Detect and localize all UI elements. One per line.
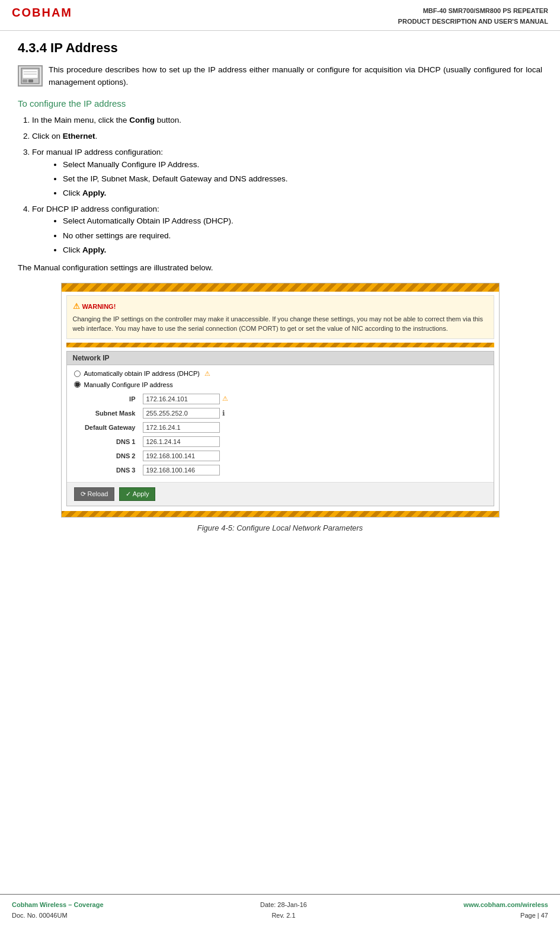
logo-text: COBHAM (12, 6, 72, 20)
step3-bullet-2: Set the IP, Subnet Mask, Default Gateway… (63, 173, 542, 185)
field-value-dns2 (143, 451, 483, 461)
page-header: COBHAM MBF-40 SMR700/SMR800 PS REPEATER … (0, 0, 560, 31)
network-ip-panel: Network IP Automatically obtain IP addre… (66, 351, 494, 506)
radio-dhcp-circle[interactable] (74, 371, 81, 377)
subsection-heading: To configure the IP address (18, 98, 542, 108)
step-1: In the Main menu, click the Config butto… (32, 114, 542, 127)
warning-text: Changing the IP settings on the controll… (73, 314, 488, 334)
subnet-info-icon: ℹ (222, 409, 225, 417)
procedure-description: This procedure describes how to set up t… (49, 64, 542, 89)
step3-bullet-3: Click Apply. (63, 187, 542, 199)
footer-company: Cobham Wireless – Coverage (12, 899, 104, 911)
warning-stripe-top (62, 283, 499, 292)
input-dns3[interactable] (143, 465, 220, 475)
field-row-subnet: Subnet Mask ℹ (74, 406, 487, 420)
field-value-ip: ⚠ (143, 394, 483, 404)
footer-right: www.cobham.com/wireless Page | 47 (463, 899, 548, 921)
procedure-icon (18, 65, 43, 87)
field-value-subnet: ℹ (143, 408, 483, 419)
step4-bullet-3: Click Apply. (63, 244, 542, 256)
procedure-block: This procedure describes how to set up t… (18, 64, 542, 89)
figure-caption: Figure 4-5: Configure Local Network Para… (18, 523, 542, 532)
input-dns2[interactable] (143, 451, 220, 461)
warning-icon: ⚠ (73, 301, 80, 312)
field-label-dns3: DNS 3 (74, 463, 139, 477)
dhcp-warning-icon: ⚠ (204, 370, 210, 378)
step-4: For DHCP IP address configuration: Selec… (32, 203, 542, 257)
screenshot-container: ⚠ WARNING! Changing the IP settings on t… (61, 283, 500, 518)
radio-dhcp-label: Automatically obtain IP address (DHCP) (84, 370, 200, 377)
field-label-dns1: DNS 1 (74, 435, 139, 449)
input-subnet[interactable] (143, 408, 220, 419)
step3-bullets: Select Manually Configure IP Address. Se… (63, 159, 542, 200)
step3-bullet-1: Select Manually Configure IP Address. (63, 159, 542, 171)
apply-button[interactable]: ✓ Apply (119, 487, 155, 501)
page-footer: Cobham Wireless – Coverage Doc. No. 0004… (0, 894, 560, 926)
step-3: For manual IP address configuration: Sel… (32, 146, 542, 200)
paragraph-before-figure: The Manual configuration settings are il… (18, 262, 542, 274)
field-row-gateway: Default Gateway (74, 420, 487, 435)
footer-website: www.cobham.com/wireless (463, 899, 548, 911)
field-label-ip: IP (74, 392, 139, 406)
ip-fields-table: IP ⚠ Subnet Mask (74, 392, 487, 477)
field-row-dns2: DNS 2 (74, 449, 487, 463)
footer-left: Cobham Wireless – Coverage Doc. No. 0004… (12, 899, 104, 921)
doc-title-line2: PRODUCT DESCRIPTION AND USER'S MANUAL (398, 17, 548, 27)
section-heading: 4.3.4 IP Address (18, 40, 542, 56)
warning-title-text: WARNING! (82, 302, 116, 312)
field-value-gateway (143, 422, 483, 433)
field-label-gateway: Default Gateway (74, 420, 139, 435)
buttons-row: ⟳ Reload ✓ Apply (67, 482, 494, 506)
footer-center: Date: 28-Jan-16 Rev. 2.1 (260, 899, 307, 921)
step1-bold: Config (129, 116, 155, 124)
radio-manual-circle[interactable] (74, 381, 81, 388)
main-content: 4.3.4 IP Address This procedure describe… (0, 31, 560, 555)
warning-stripe-bottom (66, 343, 494, 347)
radio-manual-option[interactable]: Manually Configure IP address (74, 381, 487, 388)
doc-title-line1: MBF-40 SMR700/SMR800 PS REPEATER (398, 6, 548, 17)
input-dns1[interactable] (143, 436, 220, 447)
field-row-dns3: DNS 3 (74, 463, 487, 477)
reload-button[interactable]: ⟳ Reload (74, 487, 115, 501)
svg-rect-2 (23, 79, 27, 82)
company-logo: COBHAM (12, 6, 72, 20)
steps-list: In the Main menu, click the Config butto… (32, 114, 542, 256)
network-ip-body: Automatically obtain IP address (DHCP) ⚠… (67, 365, 494, 482)
ip-info-icon: ⚠ (222, 395, 228, 403)
step4-bullets: Select Automatically Obtain IP Address (… (63, 215, 542, 256)
footer-rev: Rev. 2.1 (260, 910, 307, 921)
input-ip[interactable] (143, 394, 220, 404)
footer-date: Date: 28-Jan-16 (260, 899, 307, 911)
document-title: MBF-40 SMR700/SMR800 PS REPEATER PRODUCT… (398, 6, 548, 27)
svg-rect-3 (28, 79, 33, 82)
step2-bold: Ethernet (63, 132, 95, 141)
field-label-subnet: Subnet Mask (74, 406, 139, 420)
step-2: Click on Ethernet. (32, 130, 542, 143)
field-label-dns2: DNS 2 (74, 449, 139, 463)
radio-dhcp-option[interactable]: Automatically obtain IP address (DHCP) ⚠ (74, 370, 487, 378)
field-row-dns1: DNS 1 (74, 435, 487, 449)
footer-docno: Doc. No. 00046UM (12, 910, 104, 921)
warning-title: ⚠ WARNING! (73, 301, 488, 312)
footer-page: Page | 47 (463, 910, 548, 921)
field-value-dns3 (143, 465, 483, 475)
radio-manual-label: Manually Configure IP address (84, 381, 173, 388)
step4-bullet-1: Select Automatically Obtain IP Address (… (63, 215, 542, 227)
network-ip-title: Network IP (67, 352, 494, 365)
field-row-ip: IP ⚠ (74, 392, 487, 406)
warning-stripe-bottom2 (62, 511, 499, 517)
warning-content: ⚠ WARNING! Changing the IP settings on t… (66, 295, 494, 339)
step4-bullet-2: No other settings are required. (63, 230, 542, 242)
field-value-dns1 (143, 436, 483, 447)
input-gateway[interactable] (143, 422, 220, 433)
